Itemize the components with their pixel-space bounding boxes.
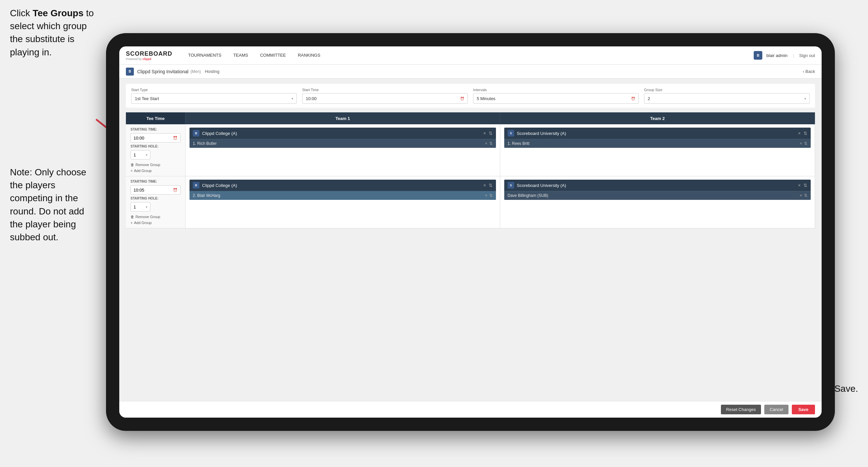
instruction-bold: Tee Groups [32,8,84,18]
user-name: blair admin [766,53,787,58]
group-row-1: STARTING TIME: 10:00 ⏰ STARTING HOLE: 1 … [126,124,815,176]
starting-hole-label-2: STARTING HOLE: [130,197,181,200]
groups-container: STARTING TIME: 10:00 ⏰ STARTING HOLE: 1 … [126,124,815,228]
group-2-team1-header: B Clippd College (A) × ⇅ [189,180,496,191]
group-2-team1-player: 2. Blair McHarg [193,193,483,198]
group-2-hole-input[interactable]: 1 ▾ [130,202,150,211]
group-2-team1-player-close[interactable]: × [485,193,487,198]
group-2-team1-player-row[interactable]: 2. Blair McHarg × ⇅ [189,191,496,200]
group-2-team2-sort[interactable]: ⇅ [803,183,807,188]
reset-changes-button[interactable]: Reset Changes [721,405,761,414]
group-2-team2-actions: × ⇅ [798,183,807,188]
group-2-time-input[interactable]: 10:05 ⏰ [130,185,181,195]
bottom-bar: Reset Changes Cancel Save [119,401,822,418]
instruction-text: Click Tee Groups to select which group t… [0,0,106,65]
group-1-team2-player-row[interactable]: 1. Rees Britt × ⇅ [504,139,811,148]
note-prefix: Note: [10,167,35,177]
tee-time-header: Tee Time [126,112,186,124]
group-1-team1-cell: B Clippd College (A) × ⇅ 1. Rich Butler [186,124,500,176]
group-2-team2-player: Dave Billingham (SUB) [507,193,797,198]
start-type-field: Start Type 1st Tee Start ▾ [131,88,297,104]
group-1-team2-card: S Scoreboard University (A) × ⇅ 1. Rees … [504,127,811,148]
add-group-2-button[interactable]: + Add Group [130,221,181,225]
group-2-team2-player-sort[interactable]: ⇅ [804,193,807,198]
intervals-clock: ⏰ [631,97,635,100]
group-row-2: STARTING TIME: 10:05 ⏰ STARTING HOLE: 1 … [126,176,815,228]
group-1-team2-cell: S Scoreboard University (A) × ⇅ 1. Rees … [500,124,815,176]
group-1-team1-player-row[interactable]: 1. Rich Butler × ⇅ [189,139,496,148]
remove-group-2-button[interactable]: 🗑 Remove Group [130,215,181,219]
group-2-team2-card: S Scoreboard University (A) × ⇅ Dave Bil… [504,180,811,200]
group-1-team1-player-sort[interactable]: ⇅ [489,141,493,146]
group-1-team2-name: Scoreboard University (A) [517,131,796,136]
group-2-team2-header: S Scoreboard University (A) × ⇅ [504,180,811,191]
tournament-name: Clippd Spring Invitational [137,69,188,74]
group-2-team1-player-actions: × ⇅ [485,193,493,198]
logo-powered: Powered by clippd [126,57,172,61]
tablet-screen: SCOREBOARD Powered by clippd TOURNAMENTS… [119,47,822,418]
group-2-team1-icon: B [193,182,199,188]
group-1-team1-icon: B [193,130,199,137]
starting-time-label-2: STARTING TIME: [130,180,181,183]
nav-rankings[interactable]: RANKINGS [292,47,326,64]
breadcrumb-bar: B Clippd Spring Invitational (Men) Hosti… [119,65,822,79]
cancel-button[interactable]: Cancel [764,405,788,414]
group-2-team1-player-sort[interactable]: ⇅ [489,193,493,198]
group-2-team2-close[interactable]: × [798,183,801,188]
group-1-team2-close[interactable]: × [798,130,801,136]
group-2-team2-icon: S [507,182,514,188]
group-2-team1-sort[interactable]: ⇅ [489,183,493,188]
start-type-arrow: ▾ [291,97,293,100]
settings-row: Start Type 1st Tee Start ▾ Start Time 10… [126,84,815,108]
group-2-team1-close[interactable]: × [483,183,486,188]
group-1-team2-sort[interactable]: ⇅ [803,130,807,136]
add-group-1-button[interactable]: + Add Group [130,169,181,173]
remove-group-1-button[interactable]: 🗑 Remove Group [130,163,181,167]
starting-hole-label-1: STARTING HOLE: [130,145,181,148]
team2-header: Team 2 [500,112,815,124]
group-1-team2-icon: S [507,130,514,137]
group-1-team2-player-close[interactable]: × [800,141,802,146]
intervals-field: Intervals 5 Minutes ⏰ [473,88,639,104]
group-2-team2-player-actions: × ⇅ [800,193,807,198]
group-2-team2-name: Scoreboard University (A) [517,183,796,188]
sign-out-link[interactable]: Sign out [799,53,815,58]
starting-time-label-1: STARTING TIME: [130,127,181,131]
group-1-team2-player-sort[interactable]: ⇅ [804,141,807,146]
start-type-label: Start Type [131,88,297,92]
group-1-team1-actions: × ⇅ [483,130,493,136]
group-1-team1-card: B Clippd College (A) × ⇅ 1. Rich Butler [189,127,496,148]
breadcrumb-icon: B [126,68,134,76]
group-2-team2-player-row[interactable]: Dave Billingham (SUB) × ⇅ [504,191,811,200]
group-1-team1-close[interactable]: × [483,130,486,136]
main-content: Start Type 1st Tee Start ▾ Start Time 10… [119,79,822,401]
group-1-team1-header: B Clippd College (A) × ⇅ [189,127,496,139]
start-time-field: Start Time 10:00 ⏰ [302,88,468,104]
group-1-team2-player: 1. Rees Britt [507,141,797,146]
navbar: SCOREBOARD Powered by clippd TOURNAMENTS… [119,47,822,65]
group-1-time-input[interactable]: 10:00 ⏰ [130,133,181,143]
save-button[interactable]: Save [792,405,815,414]
nav-committee[interactable]: COMMITTEE [254,47,292,64]
nav-teams[interactable]: TEAMS [227,47,254,64]
nav-right: B blair admin | Sign out [754,51,815,60]
group-size-arrow: ▾ [804,97,806,100]
click-save-bold: Save. [834,383,858,394]
start-type-input[interactable]: 1st Tee Start ▾ [131,93,297,104]
start-time-input[interactable]: 10:00 ⏰ [302,93,468,104]
group-1-team1-sort[interactable]: ⇅ [489,130,493,136]
intervals-input[interactable]: 5 Minutes ⏰ [473,93,639,104]
back-button[interactable]: ‹ Back [803,69,815,74]
group-1-team2-header: S Scoreboard University (A) × ⇅ [504,127,811,139]
tournament-gender: (Men) [190,69,201,74]
nav-tournaments[interactable]: TOURNAMENTS [182,47,227,64]
group-size-input[interactable]: 2 ▾ [644,93,810,104]
group-1-team1-player-close[interactable]: × [485,141,487,146]
group-2-team1-actions: × ⇅ [483,183,493,188]
team1-header: Team 1 [186,112,500,124]
tablet-device: SCOREBOARD Powered by clippd TOURNAMENTS… [106,33,835,431]
hosting-label: Hosting [205,69,219,74]
group-2-team2-player-close[interactable]: × [800,193,802,198]
group-1-team2-actions: × ⇅ [798,130,807,136]
group-1-hole-input[interactable]: 1 ▾ [130,150,150,159]
